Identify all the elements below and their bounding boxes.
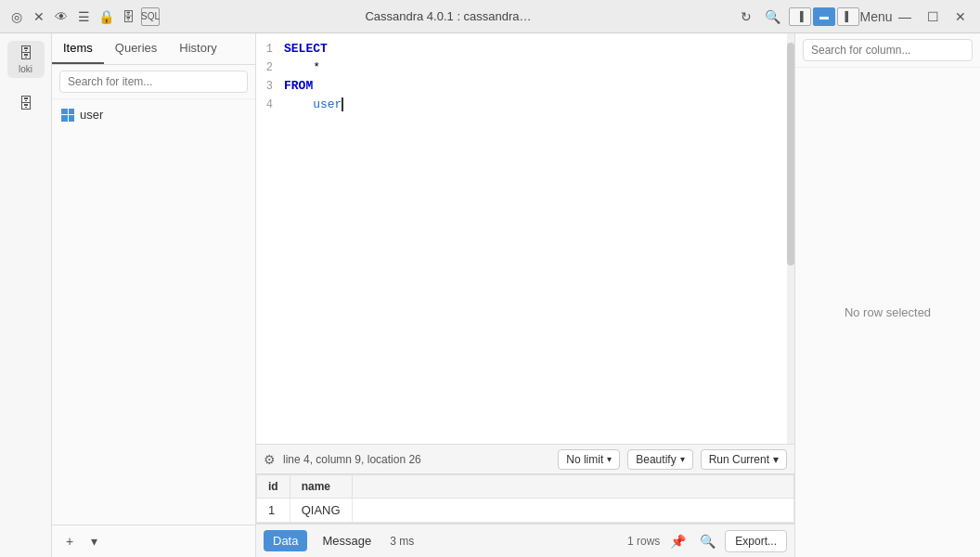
settings-gear-icon[interactable]: ⚙: [264, 452, 276, 467]
code-line-3: 3 FROM: [256, 78, 794, 97]
status-bar: ⚙ line 4, column 9, location 26 No limit…: [256, 445, 794, 474]
db-icon[interactable]: 🗄: [119, 7, 137, 26]
tab-history[interactable]: History: [168, 33, 227, 64]
scrollbar-track[interactable]: [787, 33, 794, 444]
code-line-4: 4 user: [256, 97, 794, 115]
search-input[interactable]: [59, 71, 248, 93]
more-button[interactable]: ▾: [84, 531, 104, 551]
results-area: id name 1 QIANG: [256, 474, 794, 524]
table-row[interactable]: 1 QIANG: [257, 499, 794, 523]
code-editor[interactable]: 1 SELECT 2 * 3 FROM 4 user: [256, 33, 794, 445]
panel-footer: + ▾: [52, 525, 255, 557]
list-item[interactable]: user: [52, 103, 255, 126]
left-panel: Items Queries History user + ▾: [52, 33, 256, 557]
view-right-icon[interactable]: ▌: [837, 7, 859, 26]
close-tab-icon[interactable]: ✕: [30, 7, 48, 26]
sql-icon[interactable]: SQL: [141, 7, 160, 26]
titlebar-right: ↻ 🔍 ▐ ▬ ▌ Menu — ☐ ✕: [737, 7, 973, 26]
list-item-label: user: [80, 108, 103, 122]
tab-data[interactable]: Data: [264, 530, 307, 551]
tab-items[interactable]: Items: [52, 33, 104, 64]
col-id: id: [257, 475, 290, 499]
limit-arrow-icon: ▾: [607, 454, 612, 464]
limit-label: No limit: [566, 453, 603, 466]
db2-sidebar-icon: 🗄: [19, 96, 33, 112]
scrollbar-thumb[interactable]: [787, 43, 794, 266]
tabs-row: Items Queries History: [52, 33, 255, 65]
icon-bar: 🗄 loki 🗄: [0, 33, 52, 557]
no-row-label: No row selected: [845, 305, 931, 319]
table-icon: [61, 109, 74, 122]
code-lines: 1 SELECT 2 * 3 FROM 4 user: [256, 33, 794, 123]
line-content-4: user: [284, 97, 794, 111]
line-num-2: 2: [256, 61, 284, 74]
sidebar-item-db2[interactable]: 🗄: [7, 85, 45, 123]
app-icon[interactable]: ◎: [7, 7, 26, 26]
db-sidebar-icon: 🗄: [19, 45, 33, 62]
no-row-selected: No row selected: [795, 68, 980, 557]
right-panel: No row selected: [794, 33, 980, 557]
beautify-arrow-icon: ▾: [680, 454, 685, 464]
cell-spacer: [352, 499, 793, 523]
status-text: line 4, column 9, location 26: [283, 453, 550, 466]
line-content-3: FROM: [284, 79, 794, 93]
code-line-2: 2 *: [256, 59, 794, 78]
tab-queries[interactable]: Queries: [104, 33, 169, 64]
db-label: loki: [19, 64, 32, 74]
beautify-label: Beautify: [636, 453, 676, 466]
cell-id: 1: [257, 499, 290, 523]
minimize-button[interactable]: —: [893, 7, 917, 26]
close-button[interactable]: ✕: [948, 7, 973, 26]
line-content-1: SELECT: [284, 42, 794, 56]
sidebar-item-db1[interactable]: 🗄 loki: [7, 41, 45, 78]
add-item-button[interactable]: +: [59, 531, 80, 551]
code-line-1: 1 SELECT: [256, 41, 794, 59]
run-button[interactable]: Run Current ▾: [701, 449, 787, 470]
view-left-icon[interactable]: ▐: [789, 7, 811, 26]
editor-area: 1 SELECT 2 * 3 FROM 4 user: [256, 33, 794, 557]
titlebar-left: ◎ ✕ 👁 ☰ 🔒 🗄 SQL: [7, 7, 160, 26]
line-content-2: *: [284, 60, 794, 74]
titlebar: ◎ ✕ 👁 ☰ 🔒 🗄 SQL Cassandra 4.0.1 : cassan…: [0, 0, 980, 33]
table-header-row: id name: [257, 475, 794, 499]
column-search-input[interactable]: [803, 39, 973, 61]
results-table: id name 1 QIANG: [256, 474, 794, 523]
menu-label[interactable]: Menu: [867, 7, 885, 26]
run-label: Run Current: [709, 453, 769, 466]
search-results-icon[interactable]: 🔍: [695, 529, 719, 553]
list-icon[interactable]: ☰: [74, 7, 93, 26]
items-list: user: [52, 99, 255, 525]
main-layout: 🗄 loki 🗄 Items Queries History user +: [0, 33, 980, 557]
timing-info: 3 ms: [390, 535, 414, 548]
maximize-button[interactable]: ☐: [921, 7, 945, 26]
col-spacer: [352, 475, 793, 499]
limit-dropdown[interactable]: No limit ▾: [558, 449, 620, 470]
run-arrow-icon: ▾: [773, 453, 779, 466]
lock-icon[interactable]: 🔒: [97, 7, 115, 26]
pin-icon[interactable]: 📌: [665, 529, 690, 553]
refresh-icon[interactable]: ↻: [737, 7, 755, 26]
window-title: Cassandra 4.0.1 : cassandra…: [365, 9, 531, 23]
beautify-dropdown[interactable]: Beautify ▾: [627, 449, 692, 470]
export-button[interactable]: Export...: [725, 530, 787, 552]
line-num-1: 1: [256, 43, 284, 56]
column-search-box: [795, 33, 980, 68]
line-num-4: 4: [256, 98, 284, 111]
bottom-bar: Data Message 3 ms 1 rows 📌 🔍 Export...: [256, 524, 794, 557]
search-box: [52, 65, 255, 99]
line-num-3: 3: [256, 80, 284, 93]
rows-count: 1 rows: [627, 535, 660, 548]
cell-name: QIANG: [290, 499, 352, 523]
col-name: name: [290, 475, 352, 499]
tab-message[interactable]: Message: [313, 530, 380, 551]
view-center-icon[interactable]: ▬: [813, 7, 835, 26]
search-icon[interactable]: 🔍: [763, 7, 781, 26]
preview-icon[interactable]: 👁: [52, 7, 71, 26]
